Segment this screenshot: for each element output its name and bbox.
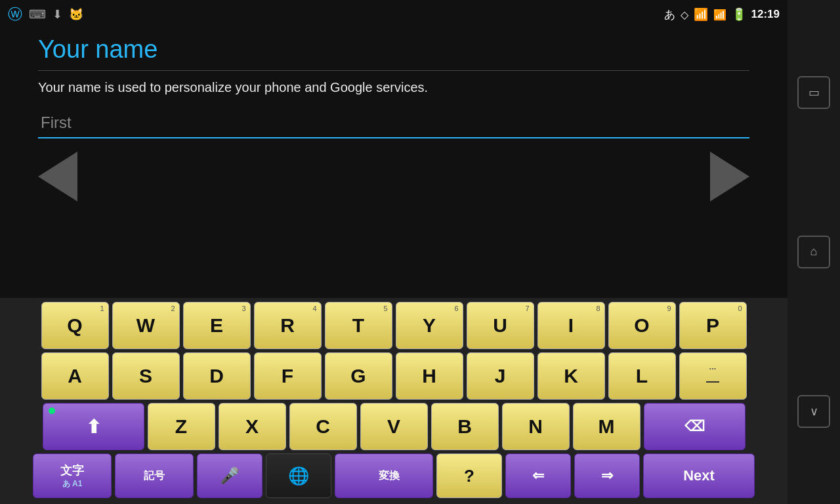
key-t[interactable]: 5T <box>325 302 392 349</box>
status-right-icons: あ ◇ 📶 📶 🔋 12:19 <box>664 7 780 22</box>
keyboard-icon: ⌨ <box>29 7 46 22</box>
key-arrow-right[interactable]: ⇒ <box>574 453 640 498</box>
back-chevron-icon: ∨ <box>810 404 818 419</box>
key-a[interactable]: A <box>41 352 109 400</box>
num-hint-p: 0 <box>738 304 742 312</box>
name-input-container <box>38 108 749 138</box>
jp-text-icon: あ <box>664 7 675 22</box>
keyboard-row-bottom: 文字 あ A1 記号 🎤 🌐 変換 ? ⇐ ⇒ Next <box>3 453 785 498</box>
next-button[interactable]: Next <box>643 453 755 498</box>
key-r[interactable]: 4R <box>254 302 322 349</box>
num-hint-u: 7 <box>525 304 529 312</box>
first-name-input[interactable] <box>38 108 749 138</box>
key-x[interactable]: X <box>219 403 286 450</box>
key-w[interactable]: 2W <box>112 302 180 349</box>
cell-signal-icon: 📶 <box>713 9 726 21</box>
back-button[interactable]: ∨ <box>797 395 830 428</box>
key-question[interactable]: ? <box>436 453 502 498</box>
nav-arrow-row <box>38 145 749 208</box>
keyboard-row-1: 1Q 2W 3E 4R 5T 6Y 7U 8I 9O 0P <box>3 302 785 349</box>
backspace-icon: ⌫ <box>684 418 705 435</box>
recent-apps-icon: ▭ <box>808 85 820 100</box>
key-s[interactable]: S <box>112 352 180 400</box>
clock: 12:19 <box>751 8 780 21</box>
key-e[interactable]: 3E <box>183 302 251 349</box>
num-hint-o: 9 <box>667 304 671 312</box>
key-punct[interactable]: ··· — <box>679 352 747 400</box>
punct-dash: — <box>706 373 719 388</box>
key-globe[interactable]: 🌐 <box>266 453 331 498</box>
battery-icon: 🔋 <box>732 7 746 22</box>
backspace-key[interactable]: ⌫ <box>644 403 746 450</box>
arrow-right-icon: ⇒ <box>601 467 613 484</box>
key-k[interactable]: K <box>537 352 605 400</box>
key-d[interactable]: D <box>183 352 251 400</box>
key-mic[interactable]: 🎤 <box>197 453 262 498</box>
num-hint-i: 8 <box>596 304 600 312</box>
wifi-icon: 📶 <box>694 7 708 22</box>
num-hint-e: 3 <box>242 304 245 312</box>
mic-icon: 🎤 <box>220 467 240 485</box>
download-icon: ⬇ <box>52 7 62 22</box>
keyboard: 1Q 2W 3E 4R 5T 6Y 7U 8I 9O 0P A S D F G … <box>0 298 788 504</box>
status-left-icons: ⓦ ⌨ ⬇ 🐱 <box>8 5 83 24</box>
question-label: ? <box>464 466 474 486</box>
num-hint-q: 1 <box>100 304 104 312</box>
key-i[interactable]: 8I <box>537 302 605 349</box>
globe-icon: 🌐 <box>288 466 309 486</box>
punct-dots: ··· <box>709 364 717 373</box>
key-z[interactable]: Z <box>148 403 215 450</box>
key-q[interactable]: 1Q <box>41 302 109 349</box>
key-b[interactable]: B <box>431 403 499 450</box>
next-label: Next <box>683 467 715 484</box>
description-text: Your name is used to personalize your ph… <box>38 80 749 95</box>
key-g[interactable]: G <box>325 352 392 400</box>
status-bar: ⓦ ⌨ ⬇ 🐱 あ ◇ 📶 📶 🔋 12:19 <box>0 0 788 29</box>
divider <box>38 70 749 71</box>
shift-dot <box>49 408 55 414</box>
key-arrow-left[interactable]: ⇐ <box>505 453 571 498</box>
app-icon: ⓦ <box>8 5 22 24</box>
keyboard-row-2: A S D F G H J K L ··· — <box>3 352 785 400</box>
kigo-label: 記号 <box>144 469 165 483</box>
keyboard-row-3: ⬆ Z X C V B N M ⌫ <box>3 403 785 450</box>
key-y[interactable]: 6Y <box>396 302 463 349</box>
key-v[interactable]: V <box>360 403 428 450</box>
recent-apps-button[interactable]: ▭ <box>797 76 830 109</box>
key-kigo[interactable]: 記号 <box>115 453 194 498</box>
signal-alt-icon: ◇ <box>681 9 688 21</box>
home-icon: ⌂ <box>810 245 818 259</box>
key-p[interactable]: 0P <box>679 302 747 349</box>
sidebar: ▭ ⌂ ∨ <box>788 0 840 504</box>
key-n[interactable]: N <box>502 403 570 450</box>
app2-icon: 🐱 <box>69 7 83 22</box>
main-content: Your name Your name is used to personali… <box>0 29 788 208</box>
key-j[interactable]: J <box>467 352 534 400</box>
key-m[interactable]: M <box>573 403 640 450</box>
key-henkan[interactable]: 変換 <box>335 453 433 498</box>
page-title: Your name <box>38 35 749 64</box>
moji-roman: あ A1 <box>62 478 83 490</box>
num-hint-y: 6 <box>454 304 458 312</box>
num-hint-r: 4 <box>312 304 316 312</box>
home-button[interactable]: ⌂ <box>797 236 830 268</box>
num-hint-w: 2 <box>171 304 175 312</box>
key-h[interactable]: H <box>396 352 463 400</box>
key-moji[interactable]: 文字 あ A1 <box>33 453 112 498</box>
key-u[interactable]: 7U <box>467 302 534 349</box>
num-hint-t: 5 <box>383 304 387 312</box>
key-f[interactable]: F <box>254 352 322 400</box>
arrow-left-icon: ⇐ <box>532 467 544 484</box>
back-arrow-button[interactable] <box>38 152 77 201</box>
forward-arrow-button[interactable] <box>710 152 749 201</box>
moji-kanji: 文字 <box>60 463 84 478</box>
henkan-label: 変換 <box>368 469 400 483</box>
shift-key[interactable]: ⬆ <box>43 403 144 450</box>
key-c[interactable]: C <box>289 403 357 450</box>
shift-arrow-icon: ⬆ <box>86 416 101 438</box>
key-l[interactable]: L <box>608 352 676 400</box>
key-o[interactable]: 9O <box>608 302 676 349</box>
